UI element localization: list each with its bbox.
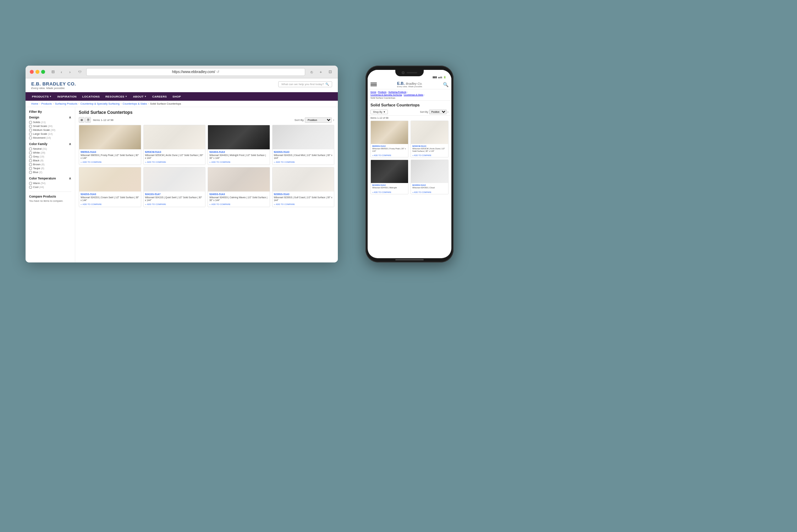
- mobile-product-card-2[interactable]: 9253CM-51A3 Wilsonart 9253CM | Arctic Du…: [411, 121, 449, 157]
- product-image-4: [273, 125, 334, 149]
- mobile-product-card-4[interactable]: 9243SS-51A3 Wilsonart 9243SS | Cloud + A…: [411, 160, 449, 194]
- mobile-logo-area[interactable]: E.B. Bradley Co. Every idea. Made possib…: [397, 81, 423, 88]
- add-icon: +: [145, 161, 147, 163]
- mobile-product-card-3[interactable]: 9244SS-51A3 Wilsonart 9244SS | Midnight …: [370, 160, 408, 194]
- filter-large-scale[interactable]: Large Scale (14): [29, 132, 71, 135]
- logo-area[interactable]: E.B. BRADLEY CO. Every idea. Made possib…: [31, 81, 76, 90]
- product-card-5[interactable]: 9242SS-51A3 Wilsonart 9242SS | Cream Swi…: [79, 167, 141, 207]
- product-card-1[interactable]: 9905SS-51A3 Wilsonart 9905SS | Frosty Pe…: [79, 125, 141, 165]
- filter-small-scale[interactable]: Small Scale (24): [29, 124, 71, 128]
- add-compare-6[interactable]: + ADD TO COMPARE: [145, 203, 204, 205]
- filter-blue[interactable]: Blue (2): [29, 171, 71, 174]
- product-card-7[interactable]: 9240SS-51A3 Wilsonart 9240SS | Calming W…: [208, 167, 270, 207]
- product-card-2[interactable]: 9253CM-51A3 Wilsonart 9253CM | Arctic Du…: [143, 125, 206, 165]
- mobile-product-image-1: [371, 121, 408, 144]
- mobile-product-info-3: 9244SS-51A3 Wilsonart 9244SS | Midnight: [371, 183, 408, 190]
- mobile-product-card-1[interactable]: 9905SS-51A3 Wilsonart 9905SS | Frosty Pe…: [370, 121, 408, 157]
- add-compare-5[interactable]: + ADD TO COMPARE: [81, 203, 139, 205]
- shop-by-button[interactable]: Shop By ▼: [370, 110, 388, 114]
- add-icon: +: [209, 161, 211, 163]
- add-compare-3[interactable]: + ADD TO COMPARE: [209, 161, 268, 163]
- product-info-4: 9243SS-51A3 Wilsonart 9243SS | Cloud Mis…: [273, 149, 334, 165]
- sort-dir-icon[interactable]: ↕: [447, 111, 449, 113]
- grid-view-button[interactable]: ⊞: [79, 117, 84, 123]
- search-box[interactable]: What can we help you find today? 🔍: [278, 81, 332, 87]
- breadcrumb-home[interactable]: Home: [31, 102, 38, 105]
- add-compare-8[interactable]: + ADD TO COMPARE: [274, 203, 333, 205]
- product-info-1: 9905SS-51A3 Wilsonart 9905SS | Frosty Pe…: [79, 149, 141, 165]
- product-card-6[interactable]: 9241SS-51A7 Wilsonart 9241SS | Quiet Swi…: [143, 167, 206, 207]
- filter-neutral[interactable]: Neutral (31): [29, 147, 71, 150]
- back-button[interactable]: ‹: [58, 68, 65, 76]
- sort-direction-icon[interactable]: ↕: [333, 118, 334, 122]
- add-icon: +: [209, 203, 211, 205]
- nav-locations[interactable]: LOCATIONS: [79, 92, 103, 101]
- mobile-phone: ▮▮▮ wifi 🔋 E.B. Bradley Co. Every idea. …: [365, 66, 454, 262]
- filter-white[interactable]: White (26): [29, 151, 71, 154]
- address-bar[interactable]: https://www.ebbradley.com/ ↺: [86, 68, 305, 76]
- mobile-search-icon[interactable]: 🔍: [443, 82, 449, 87]
- nav-shop[interactable]: SHOP: [170, 92, 184, 101]
- mobile-items-count: Items 1-12 of 98: [368, 117, 451, 121]
- mobile-add-compare-4[interactable]: + ADD TO COMPARE: [411, 190, 448, 194]
- nav-careers[interactable]: CAREERS: [149, 92, 170, 101]
- mobile-add-compare-2[interactable]: + ADD TO COMPARE: [411, 154, 448, 157]
- reload-icon[interactable]: ↺: [216, 70, 219, 74]
- filter-warm[interactable]: Warm (54): [29, 182, 71, 185]
- filter-cool[interactable]: Cool (44): [29, 185, 71, 189]
- nav-about[interactable]: ABOUT ▼: [130, 92, 149, 101]
- product-card-8[interactable]: 9239SS-51A3 Wilsonart 9239SS | Gulf Coas…: [272, 167, 335, 207]
- filter-taupe[interactable]: Taupe (6): [29, 167, 71, 170]
- add-icon: +: [81, 161, 82, 163]
- filter-medium-scale[interactable]: Medium Scale (33): [29, 128, 71, 132]
- product-image-6: [144, 167, 205, 192]
- sidebar-toggle-icon[interactable]: ⊟: [49, 68, 56, 76]
- filter-color-family-title[interactable]: Color Family ∧: [29, 142, 71, 146]
- copy-tab-icon[interactable]: ⊡: [326, 68, 334, 76]
- nav-inspiration[interactable]: INSPIRATION: [55, 92, 79, 101]
- add-compare-2[interactable]: + ADD TO COMPARE: [145, 161, 204, 163]
- filter-solids[interactable]: Solids (11): [29, 121, 71, 124]
- filter-color-temp-title[interactable]: Color Temperature ∧: [29, 177, 71, 180]
- filter-grey[interactable]: Grey (19): [29, 155, 71, 158]
- filter-black[interactable]: Black (8): [29, 159, 71, 162]
- product-card-4[interactable]: 9243SS-51A3 Wilsonart 9243SS | Cloud Mis…: [272, 125, 335, 165]
- product-info-8: 9239SS-51A3 Wilsonart 9239SS | Gulf Coas…: [273, 192, 334, 207]
- maximize-button[interactable]: [41, 70, 45, 74]
- collapse-icon: ∧: [69, 116, 71, 119]
- add-compare-7[interactable]: + ADD TO COMPARE: [209, 203, 268, 205]
- forward-button[interactable]: ›: [66, 68, 73, 76]
- chevron-down-icon: ▼: [49, 95, 51, 98]
- breadcrumb-countertops-slabs[interactable]: Countertops & Slabs: [122, 102, 147, 105]
- list-view-button[interactable]: ☰: [85, 117, 91, 123]
- filter-movement[interactable]: Movement (16): [29, 136, 71, 139]
- mobile-product-info-4: 9243SS-51A3 Wilsonart 9243SS | Cloud: [411, 183, 448, 190]
- sort-select[interactable]: Position Product Name Price: [305, 117, 332, 123]
- nav-products[interactable]: PRODUCTS ▼: [29, 92, 55, 101]
- mobile-add-compare-3[interactable]: + ADD TO COMPARE: [371, 190, 408, 194]
- close-button[interactable]: [30, 70, 34, 74]
- breadcrumb-countertop-specialty[interactable]: Countertop & Specialty Surfacing: [81, 102, 120, 105]
- breadcrumb-surfacing[interactable]: Surfacing Products: [55, 102, 77, 105]
- filter-brown[interactable]: Brown (8): [29, 163, 71, 166]
- add-compare-1[interactable]: + ADD TO COMPARE: [81, 161, 139, 163]
- filter-design-title[interactable]: Design ∧: [29, 116, 71, 119]
- add-compare-4[interactable]: + ADD TO COMPARE: [274, 161, 333, 163]
- site-nav: PRODUCTS ▼ INSPIRATION LOCATIONS RESOURC…: [26, 92, 338, 101]
- minimize-button[interactable]: [35, 70, 39, 74]
- mobile-add-compare-1[interactable]: + ADD TO COMPARE: [371, 154, 408, 157]
- new-tab-icon[interactable]: +: [317, 68, 324, 76]
- share-icon[interactable]: ⎋: [308, 68, 315, 76]
- hamburger-menu-button[interactable]: [370, 83, 377, 86]
- phone-home-indicator[interactable]: [395, 259, 424, 260]
- product-card-3[interactable]: 9244SS-51A3 Wilsonart 9244SS | Midnight …: [208, 125, 270, 165]
- product-sku-6: 9241SS-51A7: [145, 193, 204, 195]
- compare-message: You have no items to compare.: [29, 200, 71, 202]
- mobile-product-desc-2: Wilsonart 9253CM | Arctic Dune | 1/2" So…: [412, 148, 447, 153]
- mobile-sort-select[interactable]: Position Name Price: [429, 110, 447, 114]
- product-image-3: [208, 125, 270, 149]
- mobile-header: E.B. Bradley Co. Every idea. Made possib…: [368, 80, 451, 89]
- product-desc-8: Wilsonart 9239SS | Gulf Coast | 1/2" Sol…: [274, 196, 333, 202]
- nav-resources[interactable]: RESOURCES ▼: [103, 92, 130, 101]
- breadcrumb-products[interactable]: Products: [42, 102, 52, 105]
